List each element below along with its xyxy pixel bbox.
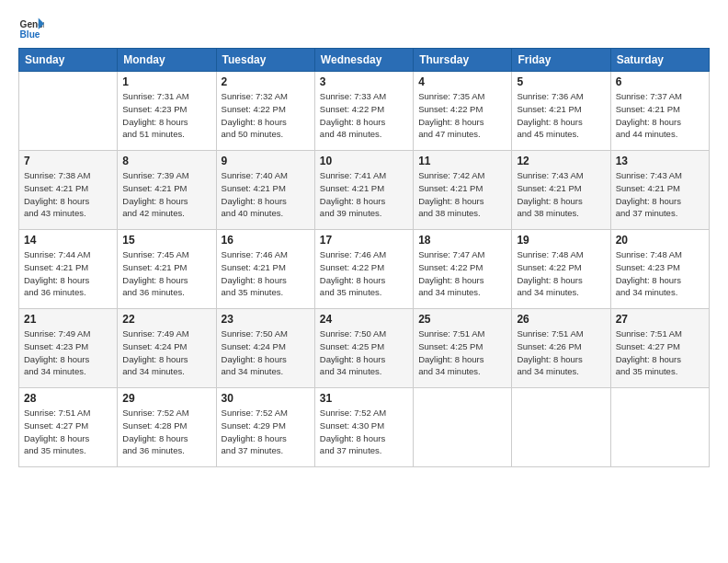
day-number: 1 [122, 75, 210, 88]
header: General Blue [18, 17, 710, 42]
day-number: 23 [222, 313, 310, 326]
day-number: 26 [517, 313, 605, 326]
day-info: Sunrise: 7:51 AMSunset: 4:27 PMDaylight:… [24, 407, 112, 457]
day-number: 25 [418, 313, 506, 326]
day-cell: 31Sunrise: 7:52 AMSunset: 4:30 PMDayligh… [314, 388, 413, 467]
week-row-5: 28Sunrise: 7:51 AMSunset: 4:27 PMDayligh… [19, 388, 710, 467]
day-number: 31 [320, 392, 408, 405]
week-row-2: 7Sunrise: 7:38 AMSunset: 4:21 PMDaylight… [19, 151, 710, 230]
day-cell: 21Sunrise: 7:49 AMSunset: 4:23 PMDayligh… [19, 309, 118, 388]
weekday-header-tuesday: Tuesday [216, 49, 314, 72]
day-cell: 9Sunrise: 7:40 AMSunset: 4:21 PMDaylight… [216, 151, 314, 230]
day-info: Sunrise: 7:38 AMSunset: 4:21 PMDaylight:… [24, 169, 112, 220]
day-cell [610, 388, 709, 467]
day-info: Sunrise: 7:46 AMSunset: 4:22 PMDaylight:… [320, 248, 408, 299]
day-cell: 27Sunrise: 7:51 AMSunset: 4:27 PMDayligh… [610, 309, 709, 388]
day-cell: 16Sunrise: 7:46 AMSunset: 4:21 PMDayligh… [216, 230, 314, 309]
day-info: Sunrise: 7:41 AMSunset: 4:21 PMDaylight:… [320, 169, 408, 220]
day-number: 17 [320, 234, 408, 247]
day-number: 5 [517, 75, 605, 88]
day-number: 29 [122, 392, 210, 405]
day-info: Sunrise: 7:36 AMSunset: 4:21 PMDaylight:… [517, 90, 605, 141]
day-info: Sunrise: 7:47 AMSunset: 4:22 PMDaylight:… [418, 248, 506, 299]
day-number: 27 [616, 313, 704, 326]
day-cell: 22Sunrise: 7:49 AMSunset: 4:24 PMDayligh… [118, 309, 216, 388]
day-info: Sunrise: 7:40 AMSunset: 4:21 PMDaylight:… [222, 169, 310, 220]
day-cell [19, 72, 118, 151]
weekday-header-monday: Monday [118, 49, 216, 72]
day-number: 14 [24, 234, 112, 247]
day-number: 10 [320, 155, 408, 167]
day-info: Sunrise: 7:51 AMSunset: 4:25 PMDaylight:… [418, 327, 506, 378]
day-cell: 30Sunrise: 7:52 AMSunset: 4:29 PMDayligh… [216, 388, 314, 467]
day-number: 9 [222, 155, 310, 167]
day-cell [512, 388, 610, 467]
day-cell: 24Sunrise: 7:50 AMSunset: 4:25 PMDayligh… [314, 309, 413, 388]
day-info: Sunrise: 7:33 AMSunset: 4:22 PMDaylight:… [320, 90, 408, 141]
day-number: 2 [222, 75, 310, 88]
day-cell: 5Sunrise: 7:36 AMSunset: 4:21 PMDaylight… [512, 72, 610, 151]
day-info: Sunrise: 7:43 AMSunset: 4:21 PMDaylight:… [517, 169, 605, 220]
day-info: Sunrise: 7:43 AMSunset: 4:21 PMDaylight:… [616, 169, 704, 220]
day-number: 4 [418, 75, 506, 88]
day-cell: 1Sunrise: 7:31 AMSunset: 4:23 PMDaylight… [118, 72, 216, 151]
weekday-header-friday: Friday [512, 49, 610, 72]
week-row-3: 14Sunrise: 7:44 AMSunset: 4:21 PMDayligh… [19, 230, 710, 309]
day-number: 12 [517, 155, 605, 167]
day-info: Sunrise: 7:48 AMSunset: 4:23 PMDaylight:… [616, 248, 704, 299]
day-number: 15 [122, 234, 210, 247]
day-info: Sunrise: 7:31 AMSunset: 4:23 PMDaylight:… [122, 90, 210, 141]
day-info: Sunrise: 7:50 AMSunset: 4:24 PMDaylight:… [222, 327, 310, 378]
day-cell: 10Sunrise: 7:41 AMSunset: 4:21 PMDayligh… [314, 151, 413, 230]
weekday-header-wednesday: Wednesday [314, 49, 413, 72]
week-row-4: 21Sunrise: 7:49 AMSunset: 4:23 PMDayligh… [19, 309, 710, 388]
day-info: Sunrise: 7:44 AMSunset: 4:21 PMDaylight:… [24, 248, 112, 299]
day-number: 11 [418, 155, 506, 167]
day-info: Sunrise: 7:35 AMSunset: 4:22 PMDaylight:… [418, 90, 506, 141]
day-cell: 8Sunrise: 7:39 AMSunset: 4:21 PMDaylight… [118, 151, 216, 230]
day-number: 22 [122, 313, 210, 326]
day-info: Sunrise: 7:52 AMSunset: 4:28 PMDaylight:… [122, 407, 210, 457]
day-cell: 26Sunrise: 7:51 AMSunset: 4:26 PMDayligh… [512, 309, 610, 388]
day-cell: 18Sunrise: 7:47 AMSunset: 4:22 PMDayligh… [414, 230, 512, 309]
day-cell: 25Sunrise: 7:51 AMSunset: 4:25 PMDayligh… [414, 309, 512, 388]
weekday-header-sunday: Sunday [19, 49, 118, 72]
day-number: 30 [222, 392, 310, 405]
day-cell: 2Sunrise: 7:32 AMSunset: 4:22 PMDaylight… [216, 72, 314, 151]
day-info: Sunrise: 7:48 AMSunset: 4:22 PMDaylight:… [517, 248, 605, 299]
day-info: Sunrise: 7:45 AMSunset: 4:21 PMDaylight:… [122, 248, 210, 299]
calendar-table: SundayMondayTuesdayWednesdayThursdayFrid… [18, 48, 710, 467]
day-cell: 29Sunrise: 7:52 AMSunset: 4:28 PMDayligh… [118, 388, 216, 467]
day-info: Sunrise: 7:50 AMSunset: 4:25 PMDaylight:… [320, 327, 408, 378]
day-info: Sunrise: 7:52 AMSunset: 4:29 PMDaylight:… [222, 407, 310, 457]
weekday-header-thursday: Thursday [414, 49, 512, 72]
day-info: Sunrise: 7:51 AMSunset: 4:26 PMDaylight:… [517, 327, 605, 378]
logo: General Blue [18, 17, 44, 42]
day-cell: 20Sunrise: 7:48 AMSunset: 4:23 PMDayligh… [610, 230, 709, 309]
day-info: Sunrise: 7:32 AMSunset: 4:22 PMDaylight:… [222, 90, 310, 141]
day-number: 24 [320, 313, 408, 326]
day-cell: 15Sunrise: 7:45 AMSunset: 4:21 PMDayligh… [118, 230, 216, 309]
day-number: 21 [24, 313, 112, 326]
day-cell: 28Sunrise: 7:51 AMSunset: 4:27 PMDayligh… [19, 388, 118, 467]
day-info: Sunrise: 7:51 AMSunset: 4:27 PMDaylight:… [616, 327, 704, 378]
day-info: Sunrise: 7:49 AMSunset: 4:24 PMDaylight:… [122, 327, 210, 378]
day-cell [414, 388, 512, 467]
day-number: 20 [616, 234, 704, 247]
svg-text:Blue: Blue [20, 29, 40, 40]
day-info: Sunrise: 7:42 AMSunset: 4:21 PMDaylight:… [418, 169, 506, 220]
day-cell: 12Sunrise: 7:43 AMSunset: 4:21 PMDayligh… [512, 151, 610, 230]
day-number: 7 [24, 155, 112, 167]
day-cell: 3Sunrise: 7:33 AMSunset: 4:22 PMDaylight… [314, 72, 413, 151]
day-cell: 23Sunrise: 7:50 AMSunset: 4:24 PMDayligh… [216, 309, 314, 388]
day-info: Sunrise: 7:37 AMSunset: 4:21 PMDaylight:… [616, 90, 704, 141]
day-info: Sunrise: 7:39 AMSunset: 4:21 PMDaylight:… [122, 169, 210, 220]
day-number: 13 [616, 155, 704, 167]
day-number: 19 [517, 234, 605, 247]
day-cell: 11Sunrise: 7:42 AMSunset: 4:21 PMDayligh… [414, 151, 512, 230]
weekday-header-row: SundayMondayTuesdayWednesdayThursdayFrid… [19, 49, 710, 72]
day-info: Sunrise: 7:52 AMSunset: 4:30 PMDaylight:… [320, 407, 408, 457]
day-cell: 19Sunrise: 7:48 AMSunset: 4:22 PMDayligh… [512, 230, 610, 309]
day-number: 3 [320, 75, 408, 88]
day-number: 6 [616, 75, 704, 88]
